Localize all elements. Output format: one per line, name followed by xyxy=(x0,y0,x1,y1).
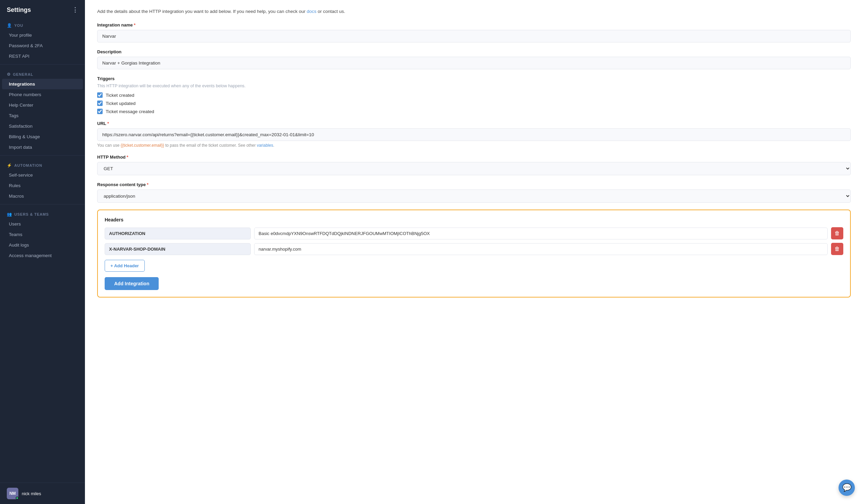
person-icon: 👤 xyxy=(7,23,12,28)
trigger-ticket-updated[interactable]: Ticket updated xyxy=(97,101,851,106)
delete-header-2-button[interactable]: 🗑 xyxy=(831,243,843,255)
url-variable: {{ticket.customer.email}} xyxy=(121,143,164,148)
docs-link[interactable]: docs xyxy=(307,9,317,14)
avatar: NM xyxy=(7,488,18,499)
triggers-group: Triggers This HTTP integration will be e… xyxy=(97,76,851,114)
http-method-label: HTTP Method * xyxy=(97,154,851,160)
sidebar-item-password-2fa[interactable]: Password & 2FA xyxy=(2,40,83,51)
url-label: URL * xyxy=(97,121,851,126)
top-description: Add the details about the HTTP integrati… xyxy=(97,8,851,15)
description-input[interactable] xyxy=(97,57,851,69)
sidebar-item-users[interactable]: Users xyxy=(2,219,83,229)
trigger-ticket-message-created[interactable]: Ticket message created xyxy=(97,109,851,114)
sidebar-item-macros[interactable]: Macros xyxy=(2,191,83,201)
sidebar-item-teams[interactable]: Teams xyxy=(2,229,83,240)
sidebar-item-satisfaction[interactable]: Satisfaction xyxy=(2,121,83,131)
sidebar-section-you: 👤 YOU xyxy=(0,18,85,30)
gear-icon: ⚙ xyxy=(7,72,11,77)
user-name: nick miles xyxy=(22,491,41,496)
sidebar-item-rules[interactable]: Rules xyxy=(2,180,83,191)
headers-title: Headers xyxy=(105,217,843,223)
required-star-method: * xyxy=(127,154,128,160)
sidebar-header: Settings ⋮ xyxy=(0,0,85,18)
integration-name-label: Integration name * xyxy=(97,22,851,27)
integration-name-input[interactable] xyxy=(97,30,851,42)
header-value-input-1[interactable] xyxy=(254,228,828,239)
sidebar-item-access-management[interactable]: Access management xyxy=(2,250,83,261)
sidebar-section-general: ⚙ GENERAL xyxy=(0,67,85,79)
trigger-ticket-created[interactable]: Ticket created xyxy=(97,92,851,98)
checkbox-ticket-created[interactable] xyxy=(97,92,103,98)
triggers-description: This HTTP integration will be executed w… xyxy=(97,84,851,88)
divider-3 xyxy=(0,204,85,204)
sidebar-section-automation: ⚡ AUTOMATION xyxy=(0,158,85,170)
chat-bubble-button[interactable]: 💬 xyxy=(839,480,855,496)
http-method-select[interactable]: GET POST PUT PATCH DELETE xyxy=(97,162,851,175)
header-row-2: 🗑 xyxy=(105,243,843,255)
sidebar-item-tags[interactable]: Tags xyxy=(2,110,83,121)
header-row-1: 🗑 xyxy=(105,227,843,239)
required-star-name: * xyxy=(134,22,136,27)
url-input[interactable] xyxy=(97,128,851,141)
chat-icon: 💬 xyxy=(842,483,851,492)
checkbox-ticket-message-created[interactable] xyxy=(97,109,103,114)
url-group: URL * You can use {{ticket.customer.emai… xyxy=(97,121,851,148)
description-label: Description xyxy=(97,49,851,54)
sidebar-item-phone-numbers[interactable]: Phone numbers xyxy=(2,89,83,100)
integration-name-group: Integration name * xyxy=(97,22,851,42)
trash-icon-1: 🗑 xyxy=(835,230,840,236)
delete-header-1-button[interactable]: 🗑 xyxy=(831,227,843,239)
sidebar-item-audit-logs[interactable]: Audit logs xyxy=(2,240,83,250)
url-hint: You can use {{ticket.customer.email}} to… xyxy=(97,143,851,148)
header-key-input-2[interactable] xyxy=(105,243,251,255)
sidebar-title: Settings xyxy=(7,7,31,14)
users-icon: 👥 xyxy=(7,212,12,217)
divider-1 xyxy=(0,64,85,64)
checkbox-ticket-updated[interactable] xyxy=(97,101,103,106)
trash-icon-2: 🗑 xyxy=(835,246,840,252)
sidebar-item-billing-usage[interactable]: Billing & Usage xyxy=(2,131,83,142)
sidebar-item-rest-api[interactable]: REST API xyxy=(2,51,83,62)
main-content: Add the details about the HTTP integrati… xyxy=(85,0,863,504)
user-profile-area[interactable]: NM nick miles xyxy=(0,483,85,504)
divider-2 xyxy=(0,155,85,155)
add-integration-button[interactable]: Add Integration xyxy=(105,277,159,290)
online-indicator xyxy=(16,496,19,500)
required-star-url: * xyxy=(108,121,109,126)
lightning-icon: ⚡ xyxy=(7,163,12,168)
triggers-label: Triggers xyxy=(97,76,851,81)
sidebar-item-your-profile[interactable]: Your profile xyxy=(2,30,83,40)
more-options-icon[interactable]: ⋮ xyxy=(72,6,78,14)
response-content-type-label: Response content type * xyxy=(97,182,851,187)
required-star-content-type: * xyxy=(147,182,149,187)
headers-section: Headers 🗑 🗑 + Add Header Add Integration xyxy=(97,210,851,298)
variables-link[interactable]: variables xyxy=(257,143,273,148)
response-content-type-group: Response content type * application/json… xyxy=(97,182,851,203)
http-method-group: HTTP Method * GET POST PUT PATCH DELETE xyxy=(97,154,851,175)
sidebar-section-users-teams: 👥 USERS & TEAMS xyxy=(0,207,85,219)
sidebar-item-help-center[interactable]: Help Center xyxy=(2,100,83,110)
sidebar: Settings ⋮ 👤 YOU Your profile Password &… xyxy=(0,0,85,504)
sidebar-item-import-data[interactable]: Import data xyxy=(2,142,83,152)
sidebar-item-integrations[interactable]: Integrations xyxy=(2,79,83,89)
description-group: Description xyxy=(97,49,851,69)
add-header-button[interactable]: + Add Header xyxy=(105,260,145,272)
header-value-input-2[interactable] xyxy=(254,243,828,255)
response-content-type-select[interactable]: application/json text/plain application/… xyxy=(97,189,851,203)
header-key-input-1[interactable] xyxy=(105,228,251,239)
sidebar-item-self-service[interactable]: Self-service xyxy=(2,170,83,180)
